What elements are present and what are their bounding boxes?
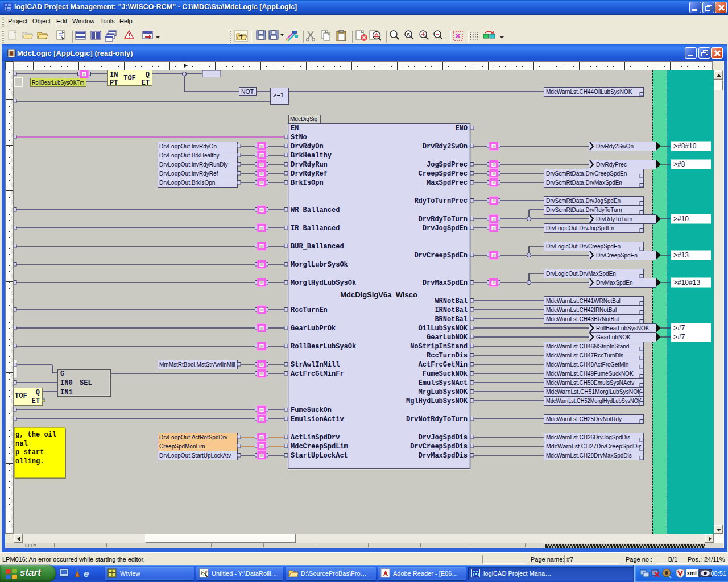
svg-text:DrvRdy2SwOn: DrvRdy2SwOn bbox=[423, 143, 468, 151]
svg-text:Q: Q bbox=[36, 389, 40, 397]
svg-text:MdcWarnLst.CH51MorglLubSysNOK: MdcWarnLst.CH51MorglLubSysNOK bbox=[546, 389, 642, 395]
svg-text:MorglLubrSysOk: MorglLubrSysOk bbox=[291, 261, 348, 269]
svg-text:EmulsSysNAct: EmulsSysNAct bbox=[419, 379, 468, 387]
svg-text:MaxSpdPrec: MaxSpdPrec bbox=[427, 179, 468, 187]
svg-text:TOF: TOF bbox=[123, 74, 136, 82]
svg-text:NoStripInStand: NoStripInStand bbox=[410, 343, 468, 351]
svg-text:IN: IN bbox=[110, 71, 118, 79]
svg-text:IN1: IN1 bbox=[60, 389, 73, 397]
svg-text:BRNotBal: BRNotBal bbox=[435, 315, 468, 323]
svg-text:g, the oil: g, the oil bbox=[15, 431, 56, 439]
svg-text:DrvRdyToTurn: DrvRdyToTurn bbox=[596, 216, 632, 222]
svg-text:MdcWarnLst.CH48ActFrcGetMin: MdcWarnLst.CH48ActFrcGetMin bbox=[546, 361, 628, 368]
svg-text:DrvLoopOut.StartUpLockAtv: DrvLoopOut.StartUpLockAtv bbox=[159, 452, 231, 459]
svg-text:EN: EN bbox=[291, 124, 299, 132]
svg-text:>#10: >#10 bbox=[673, 215, 689, 223]
svg-text:DrvLoopOut.InvRdyRef: DrvLoopOut.InvRdyRef bbox=[159, 171, 218, 177]
svg-text:nal: nal bbox=[15, 440, 28, 448]
svg-text:MdcWarnLst.CH50EmulsSysNActv: MdcWarnLst.CH50EmulsSysNActv bbox=[546, 380, 634, 386]
svg-text:SEL: SEL bbox=[80, 379, 92, 387]
svg-text:BrkIsOpn: BrkIsOpn bbox=[291, 179, 324, 187]
svg-text:DrvScmRtData.DrvRdyToTurn: DrvScmRtData.DrvRdyToTurn bbox=[546, 207, 622, 213]
svg-text:MdcWarnLst.CH42IRNotBal: MdcWarnLst.CH42IRNotBal bbox=[546, 307, 617, 313]
svg-text:DrvMaxSpdDis: DrvMaxSpdDis bbox=[419, 452, 468, 460]
svg-text:DrvRdyToTurn: DrvRdyToTurn bbox=[419, 215, 468, 223]
svg-text:DrvRdyRun: DrvRdyRun bbox=[291, 161, 328, 169]
svg-text:DrvLogicOut.DrvJogSpdEn: DrvLogicOut.DrvJogSpdEn bbox=[546, 225, 614, 231]
svg-text:DrvLogicOut.DrvMaxSpdEn: DrvLogicOut.DrvMaxSpdEn bbox=[546, 271, 616, 277]
svg-text:olling.: olling. bbox=[15, 458, 44, 465]
svg-text:CreepSpdPrec: CreepSpdPrec bbox=[419, 170, 468, 178]
svg-text:>#8#10: >#8#10 bbox=[673, 142, 697, 150]
svg-text:MdcWarnLst.CH26DrvJogSpdDis: MdcWarnLst.CH26DrvJogSpdDis bbox=[546, 434, 630, 440]
svg-text:DrvLoopOut.BrkHealthy: DrvLoopOut.BrkHealthy bbox=[159, 152, 220, 159]
svg-text:FumeSuckOn: FumeSuckOn bbox=[291, 406, 332, 414]
svg-text:DrvLoopOut.BrkIsOpn: DrvLoopOut.BrkIsOpn bbox=[159, 180, 215, 186]
svg-text:MdcWarnLst.CH28DrvMaxSpdDis: MdcWarnLst.CH28DrvMaxSpdDis bbox=[546, 452, 632, 459]
svg-text:G: G bbox=[60, 370, 64, 378]
svg-text:MorglHydLubSysOk: MorglHydLubSysOk bbox=[291, 279, 356, 287]
svg-text:xml: xml bbox=[687, 570, 697, 576]
svg-text:MdcDigSig: MdcDigSig bbox=[290, 116, 317, 122]
svg-text:MdcDigSigV6a_Wisco: MdcDigSigV6a_Wisco bbox=[340, 290, 417, 299]
svg-text:JogSpdPrec: JogSpdPrec bbox=[427, 161, 468, 169]
svg-text:DrvJogSpdDis: DrvJogSpdDis bbox=[419, 434, 468, 442]
svg-text:DrvNotRdyToTurn: DrvNotRdyToTurn bbox=[406, 415, 468, 423]
svg-text:TOF: TOF bbox=[15, 392, 27, 400]
svg-text:IRNotBal: IRNotBal bbox=[435, 306, 468, 314]
svg-text:ActFrcGetMin: ActFrcGetMin bbox=[419, 361, 468, 369]
svg-text:DrvRdyPrec: DrvRdyPrec bbox=[596, 161, 627, 168]
svg-text:DrvJogSpdEn: DrvJogSpdEn bbox=[423, 225, 468, 232]
svg-text:p start: p start bbox=[15, 448, 44, 456]
svg-text:>#7: >#7 bbox=[673, 324, 685, 332]
svg-text:ET: ET bbox=[142, 79, 150, 87]
svg-text:ActFrcGtMinFr: ActFrcGtMinFr bbox=[291, 370, 344, 378]
svg-text:DrvScmRtData.DrvCreepSpdEn: DrvScmRtData.DrvCreepSpdEn bbox=[546, 171, 627, 177]
svg-text:ActLinSpdDrv: ActLinSpdDrv bbox=[291, 434, 340, 442]
svg-text:OilLubSysNOK: OilLubSysNOK bbox=[419, 325, 468, 332]
svg-text:RdyToTurnPrec: RdyToTurnPrec bbox=[414, 197, 468, 205]
svg-text:DrvMaxSpdEn: DrvMaxSpdEn bbox=[423, 279, 468, 287]
svg-text:S: S bbox=[407, 32, 410, 38]
svg-text:MdcWarnLst.CH47RccTurnDis: MdcWarnLst.CH47RccTurnDis bbox=[546, 352, 623, 359]
svg-text:DrvScmRtData.DrvMaxSpdEn: DrvScmRtData.DrvMaxSpdEn bbox=[546, 180, 622, 186]
svg-text:GearLubPrOk: GearLubPrOk bbox=[291, 325, 336, 332]
svg-text:ENO: ENO bbox=[455, 124, 468, 132]
svg-text:DrvCreepSpdEn: DrvCreepSpdEn bbox=[414, 252, 468, 260]
svg-text:RollBearLubSysOk: RollBearLubSysOk bbox=[291, 343, 356, 351]
svg-text:DrvScmRtData.DrvJogSpdEn: DrvScmRtData.DrvJogSpdEn bbox=[546, 198, 621, 204]
svg-text:RollBearLubSysNOK: RollBearLubSysNOK bbox=[596, 325, 650, 331]
svg-text:MmMstRtBool.MstStrAwlInMill: MmMstRtBool.MstStrAwlInMill bbox=[159, 361, 235, 368]
svg-text:>=1: >=1 bbox=[273, 92, 284, 98]
svg-text:RollBearLubSysOKTm: RollBearLubSysOKTm bbox=[32, 80, 84, 86]
svg-text:MdcWarnLst.CH52MorglHydLubSysN: MdcWarnLst.CH52MorglHydLubSysNOK bbox=[546, 398, 642, 404]
svg-text:MdcWarnLst.CH27DrvCreepSpdDis: MdcWarnLst.CH27DrvCreepSpdDis bbox=[546, 443, 642, 450]
svg-text:CreepSpdMonLim: CreepSpdMonLim bbox=[159, 443, 205, 450]
svg-text:WR_Ballanced: WR_Ballanced bbox=[291, 206, 340, 214]
svg-text:MdcWarnLst.CH25DrvNotRdy: MdcWarnLst.CH25DrvNotRdy bbox=[546, 416, 622, 422]
svg-text:RccTurnEn: RccTurnEn bbox=[291, 306, 328, 314]
svg-text:BrkHealthy: BrkHealthy bbox=[291, 152, 332, 160]
svg-text:IN0: IN0 bbox=[60, 379, 73, 387]
svg-text:FumeSuckNOk: FumeSuckNOk bbox=[423, 370, 468, 378]
svg-text:DrvRdyOn: DrvRdyOn bbox=[291, 143, 324, 151]
svg-text:DrvLogicOut.DrvCreepSpdEn: DrvLogicOut.DrvCreepSpdEn bbox=[546, 243, 621, 250]
svg-text:EmulsionActiv: EmulsionActiv bbox=[291, 415, 344, 423]
svg-text:StrAwlInMill: StrAwlInMill bbox=[291, 361, 340, 369]
svg-text:DrvRdy2SwOn: DrvRdy2SwOn bbox=[596, 143, 634, 149]
svg-text:>#10#13: >#10#13 bbox=[673, 278, 700, 286]
svg-text:DrvLoopOut.InvRdyRunDly: DrvLoopOut.InvRdyRunDly bbox=[159, 161, 228, 168]
svg-text:Q: Q bbox=[146, 71, 150, 79]
svg-text:>#13: >#13 bbox=[673, 251, 689, 259]
svg-text:BUR_Ballanced: BUR_Ballanced bbox=[291, 243, 344, 251]
svg-text:MdcWarnLst.CH41WRNotBal: MdcWarnLst.CH41WRNotBal bbox=[546, 298, 621, 304]
svg-text:MdcWarnLst.CH49FumeSuckNOK: MdcWarnLst.CH49FumeSuckNOK bbox=[546, 371, 634, 377]
svg-text:e: e bbox=[84, 568, 89, 579]
svg-text:StNo: StNo bbox=[291, 134, 307, 142]
svg-text:>#8: >#8 bbox=[673, 160, 685, 168]
svg-text:>#7: >#7 bbox=[673, 333, 685, 341]
svg-text:DrvRdyRef: DrvRdyRef bbox=[291, 170, 328, 178]
svg-text:StartUpLockAct: StartUpLockAct bbox=[291, 452, 348, 460]
svg-text:RccTurnDis: RccTurnDis bbox=[427, 352, 468, 360]
svg-text:WRNotBal: WRNotBal bbox=[435, 297, 468, 305]
